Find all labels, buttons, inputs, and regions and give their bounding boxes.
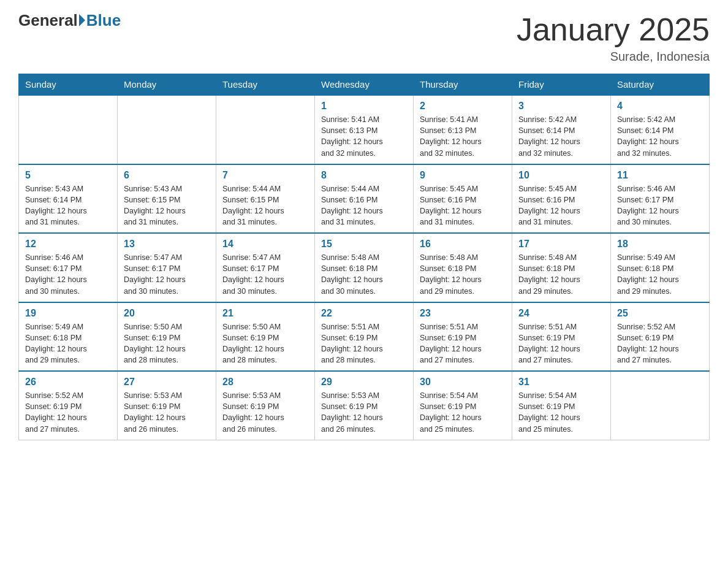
calendar-cell: 21Sunrise: 5:50 AM Sunset: 6:19 PM Dayli… [216,302,315,372]
calendar-cell: 13Sunrise: 5:47 AM Sunset: 6:17 PM Dayli… [118,233,216,302]
calendar-cell: 4Sunrise: 5:42 AM Sunset: 6:14 PM Daylig… [611,95,710,164]
day-info: Sunrise: 5:46 AM Sunset: 6:17 PM Dayligh… [25,252,111,297]
calendar-cell: 18Sunrise: 5:49 AM Sunset: 6:18 PM Dayli… [611,233,710,302]
day-number: 23 [420,308,506,319]
day-number: 18 [617,239,703,250]
day-info: Sunrise: 5:44 AM Sunset: 6:15 PM Dayligh… [222,183,308,228]
logo-arrow-icon [79,14,85,26]
day-number: 15 [321,239,407,250]
day-number: 30 [420,377,506,388]
day-info: Sunrise: 5:52 AM Sunset: 6:19 PM Dayligh… [617,321,703,366]
day-info: Sunrise: 5:54 AM Sunset: 6:19 PM Dayligh… [518,390,604,435]
weekday-header-row: SundayMondayTuesdayWednesdayThursdayFrid… [19,74,710,96]
calendar-cell: 12Sunrise: 5:46 AM Sunset: 6:17 PM Dayli… [19,233,118,302]
calendar-cell: 25Sunrise: 5:52 AM Sunset: 6:19 PM Dayli… [611,302,710,372]
calendar-cell: 11Sunrise: 5:46 AM Sunset: 6:17 PM Dayli… [611,164,710,234]
day-info: Sunrise: 5:44 AM Sunset: 6:16 PM Dayligh… [321,183,407,228]
logo-blue-text: Blue [86,12,121,28]
calendar-cell: 2Sunrise: 5:41 AM Sunset: 6:13 PM Daylig… [414,95,512,164]
day-info: Sunrise: 5:41 AM Sunset: 6:13 PM Dayligh… [420,114,506,159]
day-number: 22 [321,308,407,319]
weekday-header-wednesday: Wednesday [315,74,414,96]
day-info: Sunrise: 5:53 AM Sunset: 6:19 PM Dayligh… [124,390,210,435]
calendar-cell: 29Sunrise: 5:53 AM Sunset: 6:19 PM Dayli… [315,371,414,440]
calendar-cell [19,95,118,164]
day-info: Sunrise: 5:48 AM Sunset: 6:18 PM Dayligh… [321,252,407,297]
logo-general-text: General [18,12,78,28]
weekday-header-sunday: Sunday [19,74,118,96]
calendar-cell [118,95,216,164]
day-number: 10 [518,170,604,181]
calendar-cell: 9Sunrise: 5:45 AM Sunset: 6:16 PM Daylig… [414,164,512,234]
day-number: 21 [222,308,308,319]
day-number: 2 [420,101,506,112]
day-info: Sunrise: 5:47 AM Sunset: 6:17 PM Dayligh… [124,252,210,297]
day-number: 3 [518,101,604,112]
day-number: 31 [518,377,604,388]
calendar-cell: 19Sunrise: 5:49 AM Sunset: 6:18 PM Dayli… [19,302,118,372]
day-info: Sunrise: 5:48 AM Sunset: 6:18 PM Dayligh… [420,252,506,297]
day-number: 5 [25,170,111,181]
month-title: January 2025 [517,12,710,47]
day-number: 26 [25,377,111,388]
page-header: General Blue January 2025 Surade, Indone… [18,12,710,64]
day-info: Sunrise: 5:41 AM Sunset: 6:13 PM Dayligh… [321,114,407,159]
calendar-cell: 1Sunrise: 5:41 AM Sunset: 6:13 PM Daylig… [315,95,414,164]
calendar-cell: 22Sunrise: 5:51 AM Sunset: 6:19 PM Dayli… [315,302,414,372]
day-number: 9 [420,170,506,181]
day-info: Sunrise: 5:42 AM Sunset: 6:14 PM Dayligh… [518,114,604,159]
calendar-cell: 27Sunrise: 5:53 AM Sunset: 6:19 PM Dayli… [118,371,216,440]
day-info: Sunrise: 5:50 AM Sunset: 6:19 PM Dayligh… [124,321,210,366]
calendar-cell: 10Sunrise: 5:45 AM Sunset: 6:16 PM Dayli… [512,164,611,234]
day-info: Sunrise: 5:52 AM Sunset: 6:19 PM Dayligh… [25,390,111,435]
weekday-header-monday: Monday [118,74,216,96]
calendar-cell: 28Sunrise: 5:53 AM Sunset: 6:19 PM Dayli… [216,371,315,440]
day-number: 28 [222,377,308,388]
calendar-cell: 20Sunrise: 5:50 AM Sunset: 6:19 PM Dayli… [118,302,216,372]
day-number: 16 [420,239,506,250]
day-number: 12 [25,239,111,250]
day-number: 24 [518,308,604,319]
weekday-header-thursday: Thursday [414,74,512,96]
calendar-cell: 23Sunrise: 5:51 AM Sunset: 6:19 PM Dayli… [414,302,512,372]
day-info: Sunrise: 5:43 AM Sunset: 6:14 PM Dayligh… [25,183,111,228]
calendar-cell: 26Sunrise: 5:52 AM Sunset: 6:19 PM Dayli… [19,371,118,440]
calendar-cell: 3Sunrise: 5:42 AM Sunset: 6:14 PM Daylig… [512,95,611,164]
weekday-header-tuesday: Tuesday [216,74,315,96]
day-number: 20 [124,308,210,319]
day-info: Sunrise: 5:46 AM Sunset: 6:17 PM Dayligh… [617,183,703,228]
day-number: 11 [617,170,703,181]
calendar-cell: 8Sunrise: 5:44 AM Sunset: 6:16 PM Daylig… [315,164,414,234]
calendar-cell: 7Sunrise: 5:44 AM Sunset: 6:15 PM Daylig… [216,164,315,234]
calendar-table: SundayMondayTuesdayWednesdayThursdayFrid… [18,74,710,440]
calendar-cell: 6Sunrise: 5:43 AM Sunset: 6:15 PM Daylig… [118,164,216,234]
day-number: 6 [124,170,210,181]
weekday-header-friday: Friday [512,74,611,96]
day-info: Sunrise: 5:47 AM Sunset: 6:17 PM Dayligh… [222,252,308,297]
day-info: Sunrise: 5:42 AM Sunset: 6:14 PM Dayligh… [617,114,703,159]
day-number: 4 [617,101,703,112]
day-number: 25 [617,308,703,319]
calendar-cell: 15Sunrise: 5:48 AM Sunset: 6:18 PM Dayli… [315,233,414,302]
day-info: Sunrise: 5:51 AM Sunset: 6:19 PM Dayligh… [518,321,604,366]
logo: General Blue [18,12,121,28]
location-subtitle: Surade, Indonesia [517,50,710,64]
day-info: Sunrise: 5:54 AM Sunset: 6:19 PM Dayligh… [420,390,506,435]
day-number: 7 [222,170,308,181]
day-info: Sunrise: 5:49 AM Sunset: 6:18 PM Dayligh… [25,321,111,366]
week-row-2: 5Sunrise: 5:43 AM Sunset: 6:14 PM Daylig… [19,164,710,234]
day-info: Sunrise: 5:51 AM Sunset: 6:19 PM Dayligh… [321,321,407,366]
week-row-3: 12Sunrise: 5:46 AM Sunset: 6:17 PM Dayli… [19,233,710,302]
day-info: Sunrise: 5:48 AM Sunset: 6:18 PM Dayligh… [518,252,604,297]
day-info: Sunrise: 5:51 AM Sunset: 6:19 PM Dayligh… [420,321,506,366]
calendar-cell: 17Sunrise: 5:48 AM Sunset: 6:18 PM Dayli… [512,233,611,302]
day-number: 14 [222,239,308,250]
title-section: January 2025 Surade, Indonesia [517,12,710,64]
day-number: 13 [124,239,210,250]
week-row-4: 19Sunrise: 5:49 AM Sunset: 6:18 PM Dayli… [19,302,710,372]
day-number: 1 [321,101,407,112]
day-number: 27 [124,377,210,388]
week-row-5: 26Sunrise: 5:52 AM Sunset: 6:19 PM Dayli… [19,371,710,440]
day-number: 29 [321,377,407,388]
day-info: Sunrise: 5:50 AM Sunset: 6:19 PM Dayligh… [222,321,308,366]
